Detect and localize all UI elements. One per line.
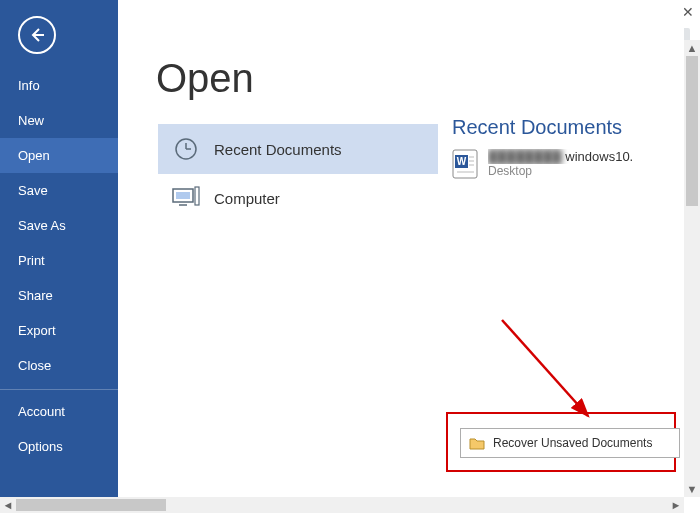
folder-icon: [469, 436, 485, 450]
sidebar-item-open[interactable]: Open: [0, 138, 118, 173]
recent-title: Recent Documents: [452, 116, 680, 139]
backstage-sidebar: Info New Open Save Save As Print Share E…: [0, 0, 118, 500]
sidebar-item-close[interactable]: Close: [0, 348, 118, 383]
file-name: ████████ windows10.: [488, 149, 633, 164]
sidebar-item-account[interactable]: Account: [0, 394, 118, 429]
sidebar-item-print[interactable]: Print: [0, 243, 118, 278]
page-title: Open: [156, 56, 254, 101]
source-label: Computer: [214, 190, 280, 207]
svg-rect-6: [176, 192, 190, 199]
sidebar-item-save[interactable]: Save: [0, 173, 118, 208]
sidebar-separator: [0, 389, 118, 390]
source-computer[interactable]: Computer: [158, 174, 438, 222]
open-source-list: Recent Documents Computer: [158, 124, 438, 222]
highlight-box: Recover Unsaved Documents: [446, 412, 676, 472]
sidebar-item-export[interactable]: Export: [0, 313, 118, 348]
scroll-thumb[interactable]: [16, 499, 166, 511]
horizontal-scrollbar[interactable]: ◄ ►: [0, 497, 684, 513]
scroll-up-button[interactable]: ▲: [684, 40, 700, 56]
recent-file-item[interactable]: W ████████ windows10. Desktop: [452, 149, 680, 179]
scroll-track[interactable]: [684, 56, 700, 481]
recover-label: Recover Unsaved Documents: [493, 436, 652, 450]
scroll-thumb[interactable]: [686, 56, 698, 206]
computer-icon: [172, 186, 200, 210]
sidebar-item-options[interactable]: Options: [0, 429, 118, 464]
recover-unsaved-button[interactable]: Recover Unsaved Documents: [460, 428, 680, 458]
recent-pane: Recent Documents W ████████ windows10. D…: [452, 116, 680, 179]
svg-line-16: [502, 320, 588, 416]
scroll-track[interactable]: [16, 497, 668, 513]
svg-text:W: W: [457, 156, 467, 167]
svg-rect-7: [195, 187, 199, 205]
sidebar-item-save-as[interactable]: Save As: [0, 208, 118, 243]
scroll-down-button[interactable]: ▼: [684, 481, 700, 497]
sidebar-item-info[interactable]: Info: [0, 68, 118, 103]
scroll-right-button[interactable]: ►: [668, 497, 684, 513]
clock-icon: [172, 136, 200, 162]
scroll-left-button[interactable]: ◄: [0, 497, 16, 513]
back-button[interactable]: [18, 16, 56, 54]
sidebar-item-share[interactable]: Share: [0, 278, 118, 313]
source-label: Recent Documents: [214, 141, 342, 158]
file-location: Desktop: [488, 164, 633, 178]
word-document-icon: W: [452, 149, 478, 179]
file-meta: ████████ windows10. Desktop: [488, 149, 633, 178]
source-recent-documents[interactable]: Recent Documents: [158, 124, 438, 174]
backstage-main: Open Recent Documents Computer Recent Do…: [118, 0, 684, 497]
vertical-scrollbar[interactable]: ▲ ▼: [684, 40, 700, 497]
sidebar-item-new[interactable]: New: [0, 103, 118, 138]
